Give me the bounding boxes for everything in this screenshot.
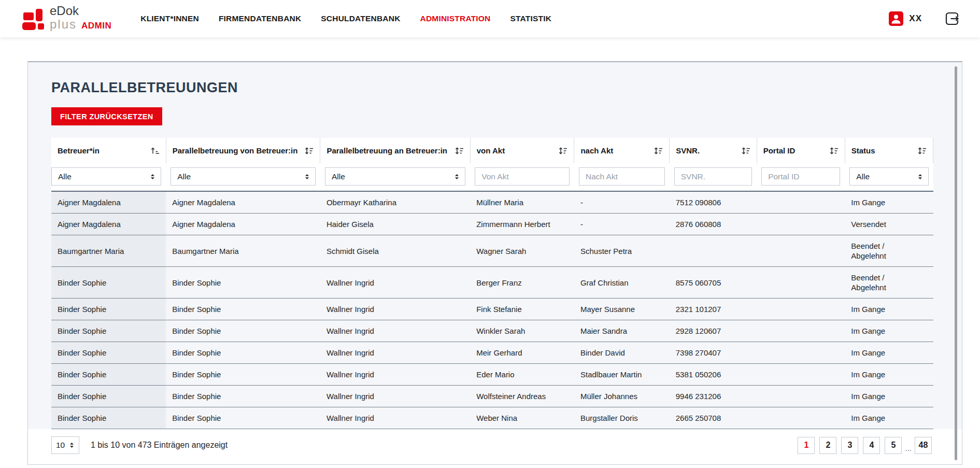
cell-von-akt: Meir Gerhard bbox=[470, 342, 574, 364]
column-header-portal-id[interactable]: Portal ID bbox=[757, 138, 845, 163]
parallelbetreuungen-table: Betreuer*inParallelbetreuung von Betreue… bbox=[51, 138, 933, 429]
column-header-betreuer-in[interactable]: Betreuer*in bbox=[51, 138, 166, 163]
cell-parallel-von: Binder Sophie bbox=[166, 267, 320, 299]
cell-portal-id bbox=[757, 235, 845, 267]
logout-button[interactable] bbox=[945, 11, 959, 26]
filter-select-betreuer-value: Alle bbox=[58, 172, 150, 181]
cell-status: Beendet / Abgelehnt bbox=[845, 235, 933, 267]
table-row: Binder SophieBinder SophieWallner Ingrid… bbox=[51, 267, 933, 299]
cell-von-akt: Zimmermann Herbert bbox=[470, 214, 574, 235]
column-header-parallelbetreuung-an-betreuer-in[interactable]: Parallelbetreuung an Betreuer:in bbox=[320, 138, 470, 163]
filter-input-von-akt[interactable] bbox=[475, 167, 570, 186]
select-caret-icon bbox=[917, 174, 923, 180]
pagination-page-1[interactable]: 1 bbox=[798, 437, 815, 454]
sort-icon bbox=[559, 147, 567, 154]
table-row: Binder SophieBinder SophieWallner Ingrid… bbox=[51, 299, 933, 320]
cell-nach-akt: - bbox=[574, 214, 670, 235]
cell-parallel-an: Wallner Ingrid bbox=[320, 364, 470, 386]
brand-logo[interactable]: eDok plus ADMIN bbox=[22, 5, 111, 33]
pagination: 12345...48 bbox=[798, 437, 932, 454]
cell-status: Im Gange bbox=[845, 191, 933, 214]
reset-filter-button[interactable]: FILTER ZURÜCKSETZEN bbox=[51, 107, 162, 125]
nav-item-schuldatenbank[interactable]: SCHULDATENBANK bbox=[321, 14, 400, 23]
table-footer: 10 1 bis 10 von 473 Einträgen angezeigt … bbox=[28, 429, 962, 464]
cell-parallel-an: Schmidt Gisela bbox=[320, 235, 470, 267]
sort-icon bbox=[742, 147, 750, 154]
sort-icon bbox=[654, 147, 663, 154]
cell-portal-id bbox=[757, 320, 845, 342]
cell-betreuer: Aigner Magdalena bbox=[51, 191, 166, 214]
edok-logo-icon bbox=[22, 6, 46, 32]
brand-name-top: eDok bbox=[50, 5, 111, 17]
pagination-page-2[interactable]: 2 bbox=[819, 437, 836, 454]
select-caret-icon bbox=[304, 174, 310, 180]
column-header-svnr[interactable]: SVNR. bbox=[670, 138, 757, 163]
nav-item-firmendatenbank[interactable]: FIRMENDATENBANK bbox=[219, 14, 301, 23]
nav-item-statistik[interactable]: STATISTIK bbox=[510, 14, 552, 23]
cell-status: Im Gange bbox=[845, 407, 933, 429]
column-header-von-akt[interactable]: von Akt bbox=[470, 138, 574, 163]
cell-von-akt: Winkler Sarah bbox=[470, 320, 574, 342]
cell-parallel-von: Binder Sophie bbox=[166, 364, 320, 386]
column-header-status[interactable]: Status bbox=[845, 138, 933, 163]
filter-input-nach-akt[interactable] bbox=[579, 167, 665, 186]
logout-icon bbox=[945, 11, 959, 26]
nav-item-klient-innen[interactable]: KLIENT*INNEN bbox=[140, 14, 199, 23]
column-label: Parallelbetreuung an Betreuer:in bbox=[326, 146, 447, 155]
cell-von-akt: Weber Nina bbox=[470, 407, 574, 429]
pagination-page-5[interactable]: 5 bbox=[885, 437, 902, 454]
table-row: Baumgartner MariaBaumgartner MariaSchmid… bbox=[51, 235, 933, 267]
cell-nach-akt: Stadlbauer Martin bbox=[574, 364, 670, 386]
page-size-select[interactable]: 10 bbox=[51, 436, 79, 454]
filter-input-portal-id[interactable] bbox=[761, 167, 840, 186]
user-menu[interactable]: XX bbox=[889, 11, 922, 26]
page-size-value: 10 bbox=[56, 441, 65, 450]
cell-parallel-von: Binder Sophie bbox=[166, 299, 320, 320]
filter-select-betreuer[interactable]: Alle bbox=[51, 167, 161, 186]
vertical-scrollbar[interactable] bbox=[955, 66, 957, 460]
cell-portal-id bbox=[757, 267, 845, 299]
cell-status: Im Gange bbox=[845, 299, 933, 320]
cell-status: Beendet / Abgelehnt bbox=[845, 267, 933, 299]
table-row: Binder SophieBinder SophieWallner Ingrid… bbox=[51, 342, 933, 364]
cell-parallel-von: Baumgartner Maria bbox=[166, 235, 320, 267]
filter-select-status[interactable]: Alle bbox=[849, 167, 928, 186]
cell-von-akt: Berger Franz bbox=[470, 267, 574, 299]
pagination-page-48[interactable]: 48 bbox=[915, 437, 932, 454]
column-header-nach-akt[interactable]: nach Akt bbox=[574, 138, 670, 163]
cell-nach-akt: Burgstaller Doris bbox=[574, 407, 670, 429]
cell-von-akt: Wagner Sarah bbox=[470, 235, 574, 267]
cell-parallel-an: Wallner Ingrid bbox=[320, 342, 470, 364]
cell-betreuer: Baumgartner Maria bbox=[51, 235, 166, 267]
nav-item-administration[interactable]: ADMINISTRATION bbox=[420, 14, 491, 23]
filter-select-parallel-von-value: Alle bbox=[177, 172, 304, 181]
cell-portal-id bbox=[757, 342, 845, 364]
cell-nach-akt: Binder David bbox=[574, 342, 670, 364]
filter-select-parallel-von[interactable]: Alle bbox=[171, 167, 316, 186]
table-row: Binder SophieBinder SophieWallner Ingrid… bbox=[51, 386, 933, 407]
cell-portal-id bbox=[757, 407, 845, 429]
cell-svnr: 9946 231206 bbox=[670, 386, 757, 407]
cell-status: Im Gange bbox=[845, 342, 933, 364]
cell-status: Versendet bbox=[845, 214, 933, 235]
cell-parallel-von: Binder Sophie bbox=[166, 320, 320, 342]
column-label: von Akt bbox=[477, 146, 505, 155]
cell-svnr: 2928 120607 bbox=[670, 320, 757, 342]
user-initials: XX bbox=[909, 13, 922, 24]
pagination-page-3[interactable]: 3 bbox=[841, 437, 858, 454]
cell-svnr: 7398 270407 bbox=[670, 342, 757, 364]
column-header-parallelbetreuung-von-betreuer-in[interactable]: Parallelbetreuung von Betreuer:in bbox=[166, 138, 320, 163]
cell-svnr: 8575 060705 bbox=[670, 267, 757, 299]
cell-svnr bbox=[670, 235, 757, 267]
cell-nach-akt: Müller Johannes bbox=[574, 386, 670, 407]
cell-status: Im Gange bbox=[845, 364, 933, 386]
filter-input-svnr[interactable] bbox=[674, 167, 752, 186]
table-row: Binder SophieBinder SophieWallner Ingrid… bbox=[51, 320, 933, 342]
column-label: Status bbox=[851, 146, 875, 155]
cell-von-akt: Eder Mario bbox=[470, 364, 574, 386]
pagination-page-4[interactable]: 4 bbox=[863, 437, 880, 454]
filter-select-parallel-an[interactable]: Alle bbox=[325, 167, 465, 186]
cell-parallel-an: Haider Gisela bbox=[320, 214, 470, 235]
cell-betreuer: Binder Sophie bbox=[51, 299, 166, 320]
top-bar: eDok plus ADMIN KLIENT*INNENFIRMENDATENB… bbox=[0, 0, 980, 37]
